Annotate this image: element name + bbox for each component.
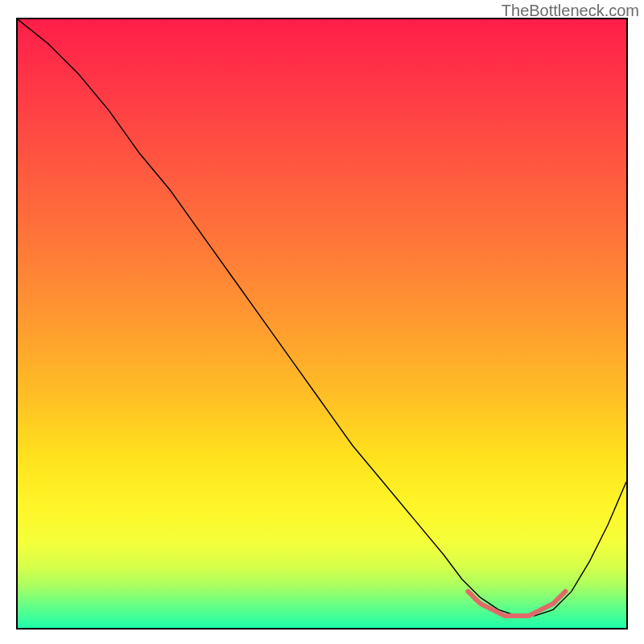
chart-container: TheBottleneck.com	[0, 0, 644, 644]
bottleneck-curve	[18, 19, 626, 616]
watermark-text: TheBottleneck.com	[502, 2, 639, 20]
plot-frame	[16, 18, 628, 630]
optimal-marker-band	[468, 592, 565, 616]
chart-svg	[18, 19, 626, 628]
